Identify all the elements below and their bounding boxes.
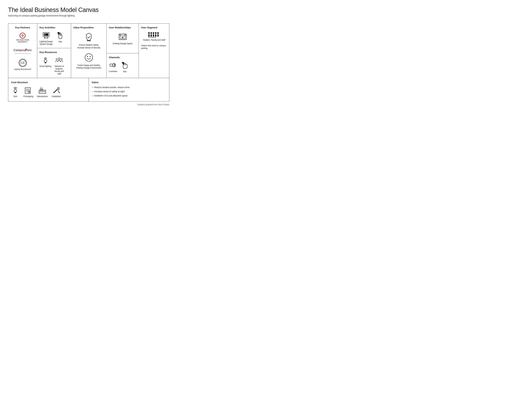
value-proposition-cell: Value Proposition Ensure Student SafetyI… — [71, 24, 106, 78]
parking-garage-icon — [117, 31, 128, 41]
gains-item-1: — Reduce student suicide, reduce crime — [92, 86, 167, 89]
ge-logo-icon: GE — [19, 59, 27, 67]
manufacture-label: Manufacture — [37, 95, 48, 98]
svg-rect-68 — [42, 91, 43, 92]
svg-point-21 — [87, 56, 88, 57]
tech-item: Tech — [11, 86, 19, 98]
luminaire-item: Luminaire — [109, 61, 117, 73]
channels-icons: Luminaire App — [109, 61, 136, 73]
campus-parc-logo: CampusParc at The Ohio State University — [14, 46, 32, 56]
group-people-icon — [148, 31, 161, 38]
luminaire-label: Luminaire — [109, 70, 117, 73]
user-segment-cell: User Segment — [139, 24, 170, 78]
svg-point-34 — [150, 32, 152, 34]
channels-app-item: App — [121, 61, 129, 73]
svg-text:GE: GE — [20, 61, 25, 65]
svg-point-32 — [148, 32, 150, 34]
business-model-canvas: Key Partners O The Ohio StateUniversity … — [8, 23, 169, 102]
value-proposition-header: Value Proposition — [73, 26, 104, 29]
top-section: Key Partners O The Ohio StateUniversity … — [8, 24, 170, 78]
tech-bulb-icon — [11, 86, 19, 94]
app-activities-label: App — [58, 40, 62, 43]
channels-header: Channels — [109, 56, 136, 59]
svg-point-22 — [90, 56, 90, 57]
campus-parc-name: CampusParc — [14, 48, 32, 52]
blueprint-icon — [24, 86, 32, 94]
tech-label: Tech — [13, 95, 17, 98]
key-activities-header: Key Activities — [39, 26, 69, 29]
attribution-text: Graphics acquired from Noun Project — [8, 103, 169, 106]
vp-happy-item: Foster Happy and HealthyParking Garage E… — [73, 52, 104, 69]
network-people-item: Network ofstudents,faculty andstaff — [55, 56, 64, 75]
key-activities-icons: Lighting DesignSystem Design App — [39, 31, 69, 46]
cost-structure-header: Cost Structure — [11, 81, 86, 84]
smart-bulb-icon — [41, 56, 50, 64]
svg-point-18 — [56, 58, 57, 60]
user-relationships-header: User Relationships — [109, 26, 136, 29]
factory-icon — [38, 86, 47, 94]
user-segment-header: User Segment — [141, 26, 167, 29]
lighting-design-item: Lighting DesignSystem Design — [39, 31, 53, 46]
ge-svg: GE — [19, 59, 27, 66]
key-resources-header: Key Resources — [39, 51, 69, 54]
svg-rect-29 — [110, 64, 113, 66]
key-activities-col: Key Activities — [37, 24, 71, 78]
students-segment: Student, Faculty and Staff — [141, 31, 167, 41]
svg-rect-33 — [148, 34, 150, 37]
svg-line-3 — [45, 37, 45, 38]
prototyping-label: Prototyping — [23, 95, 33, 98]
wrench-icon — [52, 86, 60, 94]
smart-lighting-item: Smart lighting — [39, 56, 51, 68]
manufacture-item: Manufacture — [37, 86, 48, 98]
svg-point-36 — [153, 32, 154, 34]
osu-circle-icon: O — [20, 33, 26, 38]
gains-item-2: — Increase sense of safety at night — [92, 90, 167, 93]
svg-rect-27 — [119, 35, 121, 36]
gains-item-3: — Establish a fun and attractive space — [92, 94, 167, 97]
key-resources-icons: Smart lighting — [39, 56, 69, 75]
parking-garage-item: Parking Garage Space — [109, 31, 136, 45]
ge-partner: GE Lighting Manufacturer — [14, 57, 31, 70]
svg-point-44 — [152, 37, 153, 38]
noun-project-italic: Noun Project — [158, 103, 169, 106]
svg-rect-41 — [157, 34, 159, 37]
gains-header: Gains — [92, 81, 167, 84]
app-activities-item: App — [56, 31, 65, 43]
user-relationships-section: User Relationships — [106, 24, 139, 53]
lighting-design-label: Lighting DesignSystem Design — [39, 40, 53, 46]
svg-point-19 — [61, 58, 63, 60]
smart-lighting-label: Smart lighting — [39, 65, 51, 68]
visitors-segment: Visitors that need on campus parking — [141, 44, 167, 50]
svg-rect-37 — [153, 34, 154, 37]
svg-point-45 — [153, 37, 154, 38]
osu-logo: O The Ohio StateUniversity — [16, 33, 29, 43]
svg-rect-67 — [40, 91, 41, 92]
svg-point-42 — [149, 37, 150, 38]
svg-rect-11 — [58, 34, 59, 35]
channels-hand-icon — [121, 61, 129, 69]
network-label: Network ofstudents,faculty andstaff — [55, 65, 64, 75]
vp-safety-item: Ensure Student SafetyIncrease Sense of S… — [73, 32, 104, 49]
prototyping-item: Prototyping — [23, 86, 33, 98]
user-relationships-col: User Relationships — [106, 24, 139, 78]
page-subtitle: Improving on-campus parking garage envir… — [8, 14, 169, 17]
vp-happy-text: Foster Happy and HealthyParking Garage E… — [76, 64, 101, 69]
svg-line-4 — [47, 37, 48, 38]
svg-point-46 — [155, 37, 156, 38]
key-partners-header: Key Partners — [15, 26, 30, 29]
installation-item: Installation — [52, 86, 61, 98]
svg-point-40 — [157, 32, 159, 34]
installation-label: Installation — [52, 95, 61, 98]
key-resources-section: Key Resources — [37, 48, 71, 78]
svg-point-38 — [155, 32, 157, 34]
bottom-section: Cost Structure Tech — [8, 78, 170, 102]
cost-icons-row: Tech — [11, 86, 86, 98]
svg-point-59 — [29, 91, 30, 92]
visitors-label: Visitors that need on campus parking — [141, 44, 167, 50]
svg-line-71 — [59, 92, 60, 93]
osu-text: The Ohio StateUniversity — [16, 39, 29, 43]
hand-cursor-icon — [56, 31, 65, 39]
gains-cell: Gains — Reduce student suicide, reduce c… — [89, 78, 170, 102]
monitor-icon — [42, 31, 50, 39]
key-partners-cell: Key Partners O The Ohio StateUniversity … — [8, 24, 37, 78]
